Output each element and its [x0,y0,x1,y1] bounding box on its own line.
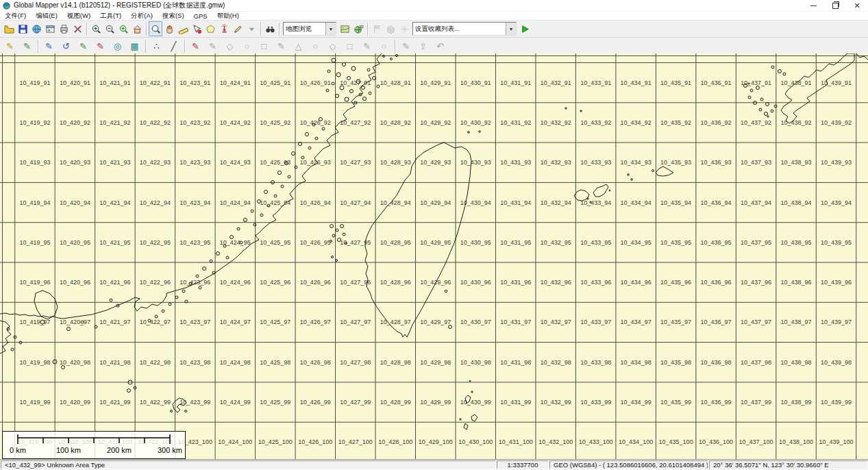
close-button[interactable]: ✕ [846,0,868,11]
edit-tool-7-button: ○ [307,38,324,55]
grid-cell-label: 10_426_100 [298,438,332,445]
online-data-button[interactable] [29,21,43,36]
feature-info-button[interactable] [190,21,203,36]
create-area-feature-button[interactable]: ✎ [1,38,18,55]
menu-item-1[interactable]: 编辑(E) [31,12,62,21]
island-batan-3 [464,423,468,430]
zoom-extent-button[interactable] [116,21,130,36]
menu-item-3[interactable]: 工具(T) [95,12,126,21]
home-button[interactable] [130,21,144,36]
run-favorite-button[interactable] [518,21,532,36]
save-button[interactable] [16,21,29,36]
create-3d-feature-button[interactable]: ✎ [92,38,109,55]
toolbar-separator [367,23,368,36]
zoom-tool-icon [151,24,161,34]
grid-cell-label: 10_437_100 [739,438,773,445]
grid-cell-label: 10_429_98 [420,359,451,366]
configure-tools-button[interactable] [71,21,84,36]
grid-cell-label: 10_425_91 [260,79,290,86]
restore-button[interactable] [824,0,846,11]
open-folder-button[interactable] [2,21,16,36]
menu-item-5[interactable]: 搜索(S) [158,12,189,21]
digitizer-pencil-button[interactable] [231,21,245,36]
grid-cell-label: 10_424_100 [218,438,252,445]
create-buffer-button[interactable]: ◎ [109,38,126,55]
grid-cell-label: 10_421_98 [99,359,130,366]
grid-cell-label: 10_429_95 [420,239,451,246]
map-view-icon [340,24,350,34]
grid-cell-label: 10_425_92 [260,119,290,126]
grid-cell-label: 10_422_92 [140,119,171,126]
grid-cell-label: 10_423_93 [179,159,210,166]
island-batan-2 [471,415,478,421]
scale-bar-label: 0 km [10,446,26,454]
more-tools-arrow-button[interactable] [245,21,258,36]
measure-icon [178,24,188,34]
grid-cell-label: 10_435_91 [660,79,691,86]
grid-cell-label: 10_428_91 [380,79,411,86]
menu-item-4[interactable]: 分析(A) [126,12,158,21]
edit-vertices-button[interactable]: ∴ [148,38,165,55]
move-up-button: ⇧ [414,38,432,55]
create-3d-feature-icon: ✎ [97,42,104,51]
menu-item-6[interactable]: GPS [189,12,212,20]
zoom-out-button[interactable] [103,21,116,36]
coastline-okinawa [781,53,854,123]
grid-cell-label: 10_428_98 [380,359,411,366]
grid-cell-label: 10_419_91 [19,79,50,86]
globe-3d-button[interactable]: 3D [351,21,365,36]
move-up-icon: ⇧ [419,42,427,51]
edit-line-button[interactable]: ╱ [165,38,182,55]
window-title: Global Mapper v14.1 (b120512) - REGISTER… [14,1,225,10]
grid-cell-label: 10_424_97 [220,319,251,325]
signal-tower-button[interactable] [217,21,231,36]
print-button[interactable] [57,21,71,36]
select-area-button[interactable] [203,21,217,36]
zoom-tool-button[interactable] [149,21,162,36]
view-mode-combo[interactable]: 地图浏览▼ [283,22,336,36]
grid-cell-label: 10_431_91 [500,79,531,86]
create-grid-points-button[interactable]: ▦ [126,38,143,55]
menu-item-7[interactable]: 帮助(H) [212,12,244,21]
favorites-combo[interactable]: 设置收藏列表...▼ [412,22,517,36]
create-point-feature-button[interactable]: ✎ [75,38,92,55]
chevron-down-icon[interactable]: ▼ [325,23,336,35]
grid-cell-label: 10_438_94 [781,199,812,206]
create-line-feature-button[interactable]: ✎ [40,38,58,55]
edit-tool-8-icon: ◇ [330,42,336,51]
create-area-from-shape-button[interactable]: ✎ [18,38,36,55]
grid-cell-label: 10_422_97 [140,319,171,325]
layers-button[interactable] [43,21,57,36]
grid-cell-label: 10_426_99 [300,399,331,406]
grid-cell-label: 10_421_92 [99,119,130,126]
grid-cell-label: 10_422_91 [140,79,171,86]
map-view-button[interactable] [338,21,351,36]
grid-cell-label: 10_429_99 [420,399,451,406]
grid-cell-label: 10_439_93 [821,159,852,166]
edit-tool-5-button: ✎ [273,38,290,55]
menu-item-0[interactable]: 文件(F) [0,12,31,21]
measure-button[interactable] [176,21,190,36]
minimize-button[interactable] [802,0,824,11]
edit-tool-9-button: □ [341,38,358,55]
create-spiral-button[interactable]: ↺ [58,38,75,55]
grid-cell-label: 10_424_92 [220,119,251,126]
grid-cell-label: 10_430_91 [460,79,491,86]
grid-cell-label: 10_430_95 [460,239,491,246]
chevron-down-icon[interactable]: ▼ [506,23,516,35]
trace-feature-button[interactable]: ✎ [187,38,204,55]
pan-hand-button[interactable] [162,21,176,36]
grid-cell-label: 10_428_93 [380,159,411,166]
map-canvas[interactable]: 10_419_9110_420_9110_421_9110_422_9110_4… [0,53,868,459]
menu-item-2[interactable]: 视图(W) [62,12,95,21]
small-pencil-button: ✎ [397,38,414,55]
workspace-cube-button [384,21,397,36]
zoom-in-button[interactable] [89,21,103,36]
find-binoculars-button[interactable] [263,21,277,36]
grid-cell-label: 10_435_96 [660,279,691,286]
grid-cell-label: 10_425_99 [260,399,290,406]
grid-cell-label: 10_433_92 [580,119,611,126]
create-spiral-icon: ↺ [62,42,70,51]
grid-cell-label: 10_436_93 [701,159,732,166]
edit-tool-4-icon: □ [262,42,267,51]
